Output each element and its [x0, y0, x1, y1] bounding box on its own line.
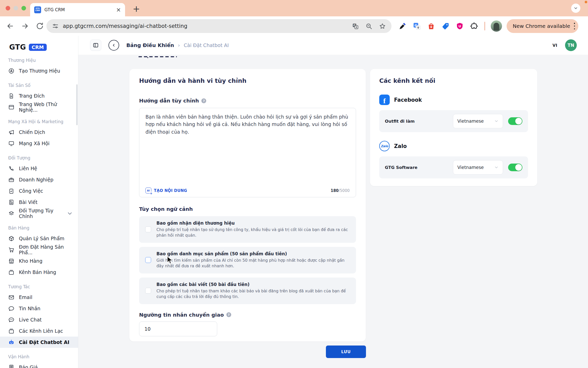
store-icon	[8, 258, 15, 264]
translate-icon[interactable]: G	[352, 23, 359, 30]
sidebar-item-articles[interactable]: Bài Viết	[0, 197, 78, 208]
sidebar-toggle-button[interactable]	[90, 40, 101, 51]
back-icon[interactable]	[6, 22, 14, 30]
tag-icon[interactable]: O	[442, 22, 449, 30]
sidebar-item-social-network[interactable]: Mạng Xã Hội	[0, 138, 78, 149]
sidebar-item-companies[interactable]: Doanh Nghiệp	[0, 174, 78, 185]
chevron-down-icon[interactable]	[571, 4, 580, 13]
zoom-window-button[interactable]	[21, 6, 26, 10]
sidebar-item-messages[interactable]: Tin Nhắn	[0, 303, 78, 314]
sidebar-item-sales-channels[interactable]: Kênh Bán Hàng	[0, 267, 78, 278]
box-lid-icon	[8, 269, 15, 275]
sidebar-item-email[interactable]: Email	[0, 292, 78, 303]
sidebar-item-warehouse[interactable]: Kho Hàng	[0, 255, 78, 267]
section-header-sales: Bán Hàng	[0, 219, 78, 233]
instructions-text[interactable]: Bạn là nhân viên bán hàng thân thiện. Lu…	[145, 113, 350, 188]
tab-close-icon[interactable]: ×	[116, 7, 121, 13]
megaphone-icon	[8, 129, 15, 135]
user-avatar[interactable]: TN	[565, 39, 577, 51]
site-settings-icon[interactable]	[52, 23, 59, 29]
facebook-language-select[interactable]: Vietnamese	[453, 114, 503, 128]
chevron-down-icon	[67, 210, 73, 217]
new-tab-button[interactable]: +	[133, 4, 140, 14]
web-store-bag-icon[interactable]	[427, 22, 435, 30]
page-header: Bảng Điều Khiển › Cài Đặt Chatbot AI VI …	[78, 36, 588, 55]
zalo-language-select[interactable]: Vietnamese	[453, 160, 503, 175]
minimize-window-button[interactable]	[14, 6, 18, 10]
sidebar-item-live-chat[interactable]: Live Chat	[0, 314, 78, 325]
eyedropper-icon[interactable]	[399, 22, 407, 30]
zoom-out-icon[interactable]	[365, 23, 372, 30]
channels-title: Các kênh kết nối	[379, 77, 528, 84]
help-icon[interactable]: ?	[201, 98, 206, 103]
app-logo[interactable]: GTG CRM	[0, 43, 78, 51]
option-brand-identity[interactable]: Bao gồm nhận diện thương hiệu Cho phép t…	[139, 216, 356, 243]
sidebar-item-contacts[interactable]: Liên Hệ	[0, 163, 78, 174]
sidebar-item-products[interactable]: Quản Lý Sản Phẩm	[0, 233, 78, 244]
sidebar-item-ai-chatbot-settings[interactable]: Cài Đặt Chatbot AI	[0, 337, 78, 348]
sidebar-scrollbar[interactable]	[76, 84, 78, 125]
forward-icon[interactable]	[21, 22, 29, 30]
box-lid-icon	[8, 328, 15, 334]
language-switcher[interactable]: VI	[553, 43, 557, 48]
ublock-shield-icon[interactable]: U	[456, 22, 464, 30]
phone-icon	[8, 165, 15, 172]
profile-avatar[interactable]	[491, 20, 502, 32]
extensions-row: G O U	[399, 22, 478, 30]
sidebar-item-website[interactable]: Trang Web (Thử Nghiệ...	[0, 101, 78, 113]
section-header-digital-assets: Tài Sản Số	[0, 76, 78, 90]
breadcrumb-separator: ›	[178, 42, 180, 48]
chrome-update-button[interactable]: New Chrome available	[507, 19, 578, 33]
sidebar-item-create-brand[interactable]: Tạo Thương Hiệu	[0, 65, 78, 76]
arrow-left-icon	[111, 43, 116, 48]
zalo-enabled-toggle[interactable]	[508, 164, 522, 171]
chat-bubble-icon	[8, 305, 15, 312]
bookmark-star-icon[interactable]	[379, 23, 386, 30]
option-product-catalog[interactable]: Bao gồm danh mục sản phẩm (50 sản phẩm đ…	[139, 247, 356, 273]
character-counter: 180/5000	[330, 188, 350, 193]
save-button[interactable]: LƯU	[326, 346, 366, 358]
shopping-cart-icon	[8, 247, 15, 253]
sidebar-item-orders[interactable]: Đơn Đặt Hàng Sản Phẩ...	[0, 244, 78, 255]
zalo-icon: Zalo	[379, 141, 390, 151]
handover-threshold-input[interactable]	[139, 321, 217, 336]
google-translate-icon[interactable]: G	[413, 22, 421, 30]
main-content: Bảng Điều Khiển › Cài Đặt Chatbot AI VI …	[78, 36, 588, 368]
tab-title: GTG CRM	[44, 7, 65, 12]
clipboard-check-icon	[8, 188, 15, 194]
chrome-update-label: New Chrome available	[513, 23, 570, 29]
checkbox-brand-identity[interactable]	[145, 226, 151, 232]
sidebar-item-quotes[interactable]: Báo Giá	[0, 362, 78, 368]
checkbox-product-catalog[interactable]	[145, 257, 151, 263]
checkbox-articles[interactable]	[145, 288, 151, 294]
zalo-channel-header: Zalo Zalo	[379, 141, 528, 151]
back-circle-button[interactable]	[108, 40, 119, 51]
url-bar[interactable]: app.gtgcrm.com/messaging/ai-chatbot-sett…	[46, 19, 391, 33]
site-favicon: GTGCRM	[34, 6, 41, 13]
url-text[interactable]: app.gtgcrm.com/messaging/ai-chatbot-sett…	[63, 23, 345, 29]
sidebar-item-campaigns[interactable]: Chiến Dịch	[0, 126, 78, 138]
sidebar-item-communication-channels[interactable]: Các Kênh Liên Lạc	[0, 325, 78, 337]
browser-tab[interactable]: GTGCRM GTG CRM ×	[30, 3, 125, 16]
sidebar-item-tasks[interactable]: Công Việc	[0, 185, 78, 197]
kebab-menu-icon[interactable]	[574, 23, 575, 29]
sidebar: GTG CRM Thương Hiệu Tạo Thương Hiệu Tài …	[0, 36, 78, 368]
cube-icon	[8, 235, 15, 242]
help-icon[interactable]: ?	[226, 312, 231, 317]
option-articles[interactable]: Bao gồm các bài viết (50 bài đầu tiên) C…	[139, 278, 356, 304]
logo-text: GTG	[9, 43, 26, 51]
window-controls[interactable]	[6, 6, 26, 10]
instructions-label-row: Hướng dẫn tùy chỉnh ?	[139, 98, 356, 104]
reload-icon[interactable]	[36, 22, 44, 30]
section-header-objects: Đối Tượng	[0, 149, 78, 163]
custom-instructions-textarea[interactable]: Bạn là nhân viên bán hàng thân thiện. Lu…	[139, 108, 356, 197]
facebook-enabled-toggle[interactable]	[508, 117, 522, 125]
breadcrumb-dashboard[interactable]: Bảng Điều Khiển	[126, 42, 174, 48]
close-window-button[interactable]	[6, 6, 10, 10]
sidebar-item-landing-pages[interactable]: Trang Đích	[0, 90, 78, 101]
article-icon	[8, 199, 15, 205]
extensions-puzzle-icon[interactable]	[470, 22, 478, 30]
generate-content-button[interactable]: AI TẠO NỘI DUNG	[145, 188, 187, 193]
sidebar-item-custom-objects[interactable]: Đối Tượng Tùy Chỉnh	[0, 208, 78, 219]
monitor-icon	[8, 140, 15, 147]
